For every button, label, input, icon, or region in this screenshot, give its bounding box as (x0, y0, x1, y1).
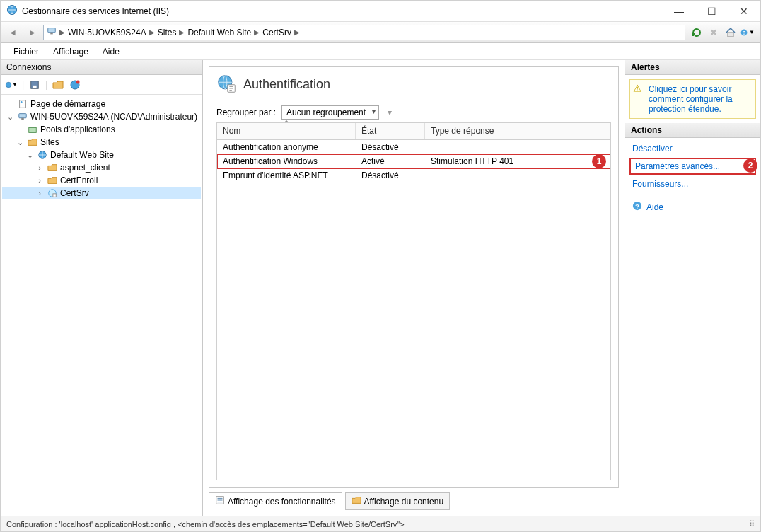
actions-list: Désactiver Paramètres avancés... 2 Fourn… (625, 138, 760, 219)
action-providers[interactable]: Fournisseurs... (625, 176, 760, 192)
tree-default-site[interactable]: ⌄ Default Web Site (2, 149, 201, 161)
grid-row[interactable]: Emprunt d'identité ASP.NET Désactivé (217, 168, 610, 183)
group-by-dropdown[interactable]: Aucun regroupement (281, 105, 379, 120)
forward-button[interactable]: ► (23, 24, 42, 41)
svg-point-10 (76, 80, 80, 83)
connect-icon[interactable]: ▼ (5, 79, 18, 91)
tree-label: Page de démarrage (30, 99, 105, 109)
main-area: Connexions ▼ | | Page de démarrage ⌄ WIN… (1, 60, 760, 516)
cell-name: Authentification anonyme (217, 141, 356, 154)
menu-view[interactable]: Affichage (46, 45, 95, 59)
cell-response (425, 174, 610, 177)
page-icon (17, 98, 28, 110)
tree-server[interactable]: ⌄ WIN-5UOVK59S24A (NCAD\Administrateur) (2, 110, 201, 123)
chevron-icon: ▶ (294, 28, 300, 36)
globe-icon (37, 149, 48, 161)
cell-state: Activé (356, 155, 425, 168)
collapse-icon[interactable]: ⌄ (5, 112, 15, 122)
svg-rect-1 (48, 28, 56, 33)
help-dropdown-icon[interactable]: ?▼ (740, 25, 755, 40)
home-icon[interactable] (724, 25, 738, 40)
server-icon (47, 26, 57, 38)
save-icon[interactable] (28, 79, 41, 91)
action-disable[interactable]: Désactiver (625, 141, 760, 156)
alert-box[interactable]: ⚠ Cliquez ici pour savoir comment config… (629, 79, 756, 119)
title-bar: Gestionnaire des services Internet (IIS)… (1, 1, 760, 22)
menu-file[interactable]: Fichier (6, 45, 46, 59)
svg-rect-3 (728, 33, 733, 37)
alerts-title: Alertes (625, 60, 760, 75)
authentication-icon (216, 74, 236, 96)
svg-rect-15 (29, 127, 37, 132)
pools-icon (27, 124, 38, 135)
col-response[interactable]: Type de réponse (425, 123, 610, 139)
grid-row[interactable]: Authentification anonyme Désactivé (217, 140, 610, 154)
cell-name: Authentification Windows (217, 155, 356, 168)
grid-body: Authentification anonyme Désactivé Authe… (217, 140, 610, 480)
page-title: Authentification (243, 77, 330, 92)
divider (631, 195, 755, 195)
up-icon[interactable] (52, 79, 64, 91)
tab-label: Affichage du contenu (364, 497, 444, 507)
maximize-button[interactable]: ☐ (695, 1, 728, 22)
status-text: Configuration : 'localhost' applicationH… (6, 520, 405, 528)
close-button[interactable]: ✕ (728, 1, 760, 22)
auth-grid: Nom État Type de réponse Authentificatio… (216, 122, 611, 480)
right-panel: Alertes ⚠ Cliquez ici pour savoir commen… (625, 60, 760, 516)
svg-point-12 (21, 101, 23, 103)
tab-features[interactable]: Affichage des fonctionnalités (209, 492, 342, 510)
stop-icon[interactable]: ✖ (707, 25, 721, 40)
expand-icon[interactable]: › (35, 176, 45, 185)
status-bar: Configuration : 'localhost' applicationH… (1, 516, 760, 531)
breadcrumb-item[interactable]: Sites (158, 28, 177, 37)
grid-row-selected[interactable]: Authentification Windows Activé Stimulat… (217, 154, 610, 168)
svg-rect-8 (33, 85, 37, 88)
chevron-icon: ▶ (149, 28, 155, 36)
tree-label: Sites (40, 137, 59, 147)
svg-rect-11 (20, 100, 26, 108)
svg-rect-14 (21, 118, 24, 120)
tab-content[interactable]: Affichage du contenu (345, 492, 451, 510)
back-button[interactable]: ◄ (4, 24, 22, 41)
bottom-tabs: Affichage des fonctionnalités Affichage … (209, 492, 619, 510)
tree-certenroll[interactable]: › CertEnroll (2, 174, 201, 187)
breadcrumb-item[interactable]: Default Web Site (187, 28, 251, 37)
menu-help[interactable]: Aide (95, 45, 127, 59)
refresh-icon[interactable] (690, 25, 704, 40)
expand-icon[interactable]: › (35, 163, 45, 172)
center-panel: Authentification Regrouper par : Aucun r… (203, 60, 625, 516)
col-state[interactable]: État (356, 123, 425, 139)
connections-title: Connexions (1, 60, 202, 75)
tree-label: CertEnroll (60, 175, 98, 185)
cell-state: Désactivé (356, 169, 425, 182)
tree-label: Default Web Site (50, 150, 114, 160)
server-icon (17, 111, 28, 122)
action-help[interactable]: ? Aide (625, 198, 760, 216)
settings-icon[interactable] (69, 79, 81, 91)
collapse-icon[interactable]: ⌄ (15, 138, 25, 147)
tree-label: aspnet_client (60, 163, 110, 173)
tree-sites[interactable]: ⌄ Sites (2, 136, 201, 149)
alert-link[interactable]: Cliquez ici pour savoir comment configur… (649, 84, 733, 114)
minimize-button[interactable]: — (663, 1, 695, 22)
action-advanced[interactable]: Paramètres avancés... 2 (629, 158, 756, 175)
breadcrumb-item[interactable]: CertSrv (262, 28, 291, 37)
resize-grip-icon: ⠿ (749, 519, 755, 528)
expand-icon[interactable]: › (35, 189, 45, 197)
svg-rect-2 (50, 33, 53, 35)
tab-label: Affichage des fonctionnalités (228, 497, 336, 507)
svg-text:?: ? (743, 30, 745, 35)
folder-icon (27, 137, 38, 148)
col-name[interactable]: Nom (217, 123, 356, 139)
collapse-icon[interactable]: ⌄ (25, 151, 35, 160)
group-by-value: Aucun regroupement (286, 108, 366, 117)
tree-app-pools[interactable]: Pools d'applications (2, 123, 201, 136)
tree-aspnet-client[interactable]: › aspnet_client (2, 161, 201, 174)
breadcrumb-item[interactable]: WIN-5UOVK59S24A (68, 28, 146, 37)
tree-certsrv[interactable]: › CertSrv (2, 187, 201, 200)
annotation-1: 1 (592, 154, 606, 168)
cell-response (425, 146, 610, 149)
breadcrumb[interactable]: ▶ WIN-5UOVK59S24A ▶ Sites ▶ Default Web … (43, 25, 685, 40)
tree-start-page[interactable]: Page de démarrage (2, 98, 201, 110)
folder-icon (47, 175, 58, 186)
